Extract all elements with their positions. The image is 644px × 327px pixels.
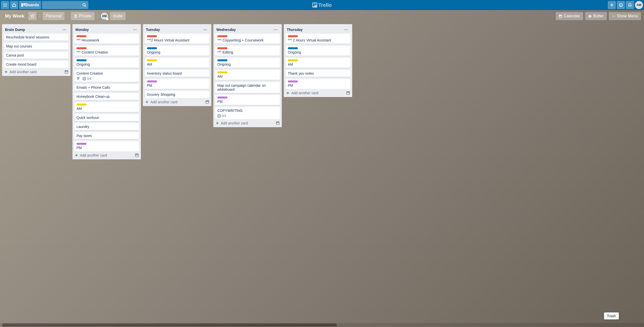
card-template-button[interactable]	[135, 153, 139, 157]
card[interactable]: Laundry	[74, 123, 139, 130]
list-menu-button[interactable]	[272, 27, 280, 33]
add-card-button[interactable]: Add another card	[72, 151, 141, 159]
card[interactable]: Content Creation0/4	[74, 70, 139, 82]
more-icon	[133, 28, 137, 32]
more-icon	[344, 28, 348, 32]
card[interactable]: Canva post	[4, 52, 68, 59]
card[interactable]: PM	[74, 141, 139, 151]
horizontal-scrollbar[interactable]	[0, 323, 644, 327]
label-blue[interactable]	[217, 59, 227, 61]
label-yellow[interactable]	[147, 59, 157, 61]
list-menu-button[interactable]	[342, 27, 350, 33]
card[interactable]: PM	[286, 79, 350, 89]
svg-point-46	[345, 29, 345, 30]
list-title[interactable]: Thursday	[287, 28, 303, 32]
label-red[interactable]	[76, 47, 87, 49]
label-yellow[interactable]	[76, 104, 87, 106]
list-title[interactable]: Monday	[75, 28, 89, 32]
list-menu-button[interactable]	[201, 27, 209, 33]
label-red[interactable]	[217, 47, 227, 49]
add-card-button[interactable]: Add another card	[143, 98, 211, 106]
card-template-button[interactable]	[205, 100, 209, 104]
card[interactable]: *** Editing	[215, 46, 280, 56]
member-avatar[interactable]: AM	[101, 13, 108, 20]
card[interactable]: Ongoing	[286, 46, 350, 56]
team-button[interactable]: Personal	[43, 12, 65, 20]
notifications-button[interactable]	[626, 1, 634, 9]
label-yellow[interactable]	[288, 59, 298, 61]
visibility-button[interactable]: Private	[71, 12, 95, 20]
card[interactable]: Grocery Shopping	[145, 91, 209, 98]
card[interactable]: ***2 Hours Virtual Assistant	[145, 34, 209, 44]
card[interactable]: AM	[145, 58, 209, 68]
card[interactable]: Pay taxes	[74, 132, 139, 139]
card[interactable]: AM	[215, 70, 280, 80]
card[interactable]: *** 2 Hours Virtual Assistant	[286, 34, 350, 44]
card[interactable]: Map out courses	[4, 43, 68, 50]
label-purple[interactable]	[288, 80, 298, 82]
card[interactable]: PM	[215, 95, 280, 105]
star-button[interactable]	[28, 12, 36, 20]
add-card-button[interactable]: Add another card	[2, 68, 70, 76]
card[interactable]: *** Content Creation	[74, 46, 139, 56]
card[interactable]: *** Copywriting + Coursework	[215, 34, 280, 44]
card[interactable]: Quick workout	[74, 114, 139, 121]
add-card-button[interactable]: Add another card	[213, 119, 282, 127]
card[interactable]: Ongoing	[215, 58, 280, 68]
scrollbar-thumb[interactable]	[2, 323, 337, 326]
list-title[interactable]: Wednesday	[216, 28, 236, 32]
card[interactable]: Create mood board	[4, 61, 68, 68]
card[interactable]: *** Housework	[74, 34, 139, 44]
list-title[interactable]: Tuesday	[146, 28, 160, 32]
label-red[interactable]	[288, 35, 298, 37]
board-title[interactable]: My Week	[3, 14, 26, 19]
label-red[interactable]	[217, 35, 227, 37]
butler-button[interactable]: Butler	[585, 12, 607, 20]
label-blue[interactable]	[288, 47, 298, 49]
svg-point-31	[136, 29, 137, 30]
card-template-button[interactable]	[64, 70, 68, 74]
calendar-button[interactable]: Calendar	[556, 12, 583, 20]
card[interactable]: Ongoing	[74, 58, 139, 68]
label-yellow[interactable]	[217, 71, 227, 73]
label-blue[interactable]	[147, 47, 157, 49]
list-menu-button[interactable]	[60, 27, 68, 33]
user-avatar[interactable]: AM	[635, 1, 643, 9]
card[interactable]: Map out campaign calendar on whiteboard	[215, 82, 280, 93]
card[interactable]: AM	[286, 58, 350, 68]
create-button[interactable]	[608, 1, 616, 9]
list-header: Thursday	[284, 24, 352, 34]
trello-logo[interactable]: Trello	[312, 2, 332, 8]
label-blue[interactable]	[76, 59, 87, 61]
svg-point-35	[204, 29, 205, 30]
list-header: Brain Dump	[2, 24, 70, 34]
card[interactable]: Thank you notes	[286, 70, 350, 77]
label-purple[interactable]	[147, 80, 157, 82]
card[interactable]: Ongoing	[145, 46, 209, 56]
plus-icon	[74, 153, 78, 157]
board-canvas[interactable]: Brain DumpReschedule brand sessionsMap o…	[0, 22, 644, 327]
invite-button[interactable]: Invite	[110, 12, 126, 20]
card[interactable]: Honeybook Clean-up	[74, 93, 139, 100]
card[interactable]: PM	[145, 79, 209, 89]
list-title[interactable]: Brain Dump	[5, 28, 25, 32]
home-button[interactable]	[10, 1, 18, 9]
apps-button[interactable]	[1, 1, 9, 9]
card[interactable]: Emails + Phone Calls	[74, 84, 139, 91]
label-purple[interactable]	[76, 143, 87, 145]
search-input[interactable]	[42, 1, 88, 9]
label-red[interactable]	[147, 35, 157, 37]
card[interactable]: Inventory status board	[145, 70, 209, 77]
label-purple[interactable]	[217, 97, 227, 99]
list-menu-button[interactable]	[131, 27, 139, 33]
show-menu-button[interactable]: Show Menu	[609, 12, 641, 20]
card[interactable]: COPYWRITING0/3	[215, 107, 280, 119]
info-button[interactable]	[617, 1, 625, 9]
card-template-button[interactable]	[346, 91, 350, 95]
card-template-button[interactable]	[276, 121, 280, 125]
add-card-button[interactable]: Add another card	[284, 89, 352, 97]
boards-button[interactable]: Boards	[19, 1, 41, 9]
card[interactable]: AM	[74, 102, 139, 112]
label-red[interactable]	[76, 35, 87, 37]
card[interactable]: Reschedule brand sessions	[4, 34, 68, 41]
